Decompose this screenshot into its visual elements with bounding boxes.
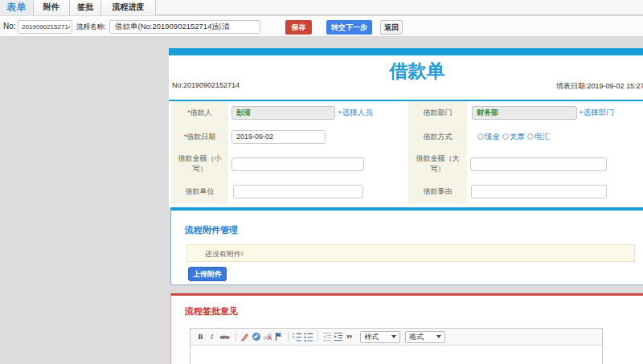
page: 表单 附件 签批 流程进度 No: 流程名称: 保存 转交下一步 返回 借款单 … — [0, 0, 643, 364]
form-top-bar — [169, 48, 643, 55]
caret-down-icon — [391, 335, 396, 338]
loan-method-field: 现金 支票 电汇 — [467, 125, 643, 149]
toolbar-separator — [317, 332, 318, 342]
tab-bar: 表单 附件 签批 流程进度 — [0, 0, 643, 15]
amount-big-label: 借款金额（大写） — [408, 149, 467, 179]
borrower-input[interactable] — [231, 106, 335, 120]
radio-cash-circle[interactable] — [477, 133, 484, 140]
form-table: *借款人 +选择人员 借款部门 +选择部门 *借款日期 借款方式 现金 支票 电… — [171, 101, 643, 204]
borrower-label: *借款人 — [171, 101, 228, 125]
italic-icon[interactable]: I — [207, 331, 217, 342]
back-button[interactable]: 返回 — [380, 20, 403, 35]
svg-text:2: 2 — [293, 335, 295, 339]
tab-attachment[interactable]: 附件 — [34, 0, 70, 15]
radio-cash[interactable]: 现金 — [477, 132, 500, 142]
caret-down-icon — [436, 335, 441, 338]
no-label: No: — [3, 16, 16, 37]
numbered-list-icon[interactable]: 12 — [292, 331, 302, 342]
label-text: *借款人 — [187, 108, 212, 118]
process-name-input[interactable] — [109, 20, 260, 34]
format-select-label: 格式 — [409, 332, 424, 342]
label-text: *借款日期 — [184, 132, 216, 142]
upload-attachment-button[interactable]: 上传附件 — [188, 267, 227, 281]
attachment-empty-notice: 还没有附件! — [186, 244, 635, 262]
reason-label-text: 借款事由 — [424, 186, 453, 197]
attachment-title: 流程附件管理 — [185, 224, 643, 236]
radio-wire-label: 电汇 — [534, 132, 550, 142]
amount-big-label-text: 借款金额（大写） — [416, 153, 460, 174]
borrower-label-text: 借款人 — [190, 108, 212, 117]
radio-cheque-label: 支票 — [510, 132, 525, 142]
editor-toolbar: B I abc 12 — [190, 329, 602, 346]
save-button[interactable]: 保存 — [285, 20, 312, 35]
tab-approval[interactable]: 签批 — [70, 0, 101, 15]
process-name-label: 流程名称: — [76, 16, 105, 37]
next-step-button[interactable]: 转交下一步 — [326, 20, 372, 35]
bold-icon[interactable]: B — [195, 331, 206, 342]
tab-progress[interactable]: 流程进度 — [101, 0, 156, 15]
form-meta-row: No:20190902152714 填表日期:2019-09-02 15:27:… — [169, 85, 643, 100]
amount-small-field — [228, 149, 408, 179]
department-label: 借款部门 — [408, 101, 467, 125]
select-department-link[interactable]: +选择部门 — [579, 108, 614, 118]
unit-label-text: 借款单位 — [186, 186, 215, 197]
indent-icon[interactable] — [333, 331, 343, 342]
unit-input[interactable] — [233, 185, 363, 198]
toolbar: No: 流程名称: 保存 转交下一步 返回 — [0, 16, 643, 37]
flag-anchor-icon[interactable] — [273, 331, 284, 342]
select-person-link[interactable]: +选择人员 — [338, 108, 373, 118]
rich-text-editor: B I abc 12 — [190, 328, 603, 364]
blockquote-icon[interactable]: ” — [344, 331, 354, 342]
borrower-field: +选择人员 — [228, 101, 408, 125]
style-select[interactable]: 样式 — [360, 331, 400, 343]
amount-big-input[interactable] — [470, 157, 607, 171]
text-color-icon[interactable] — [240, 331, 250, 342]
loan-method-radios: 现金 支票 电汇 — [477, 132, 552, 142]
approval-panel: 流程签批意见 B I abc — [170, 293, 643, 364]
unit-field — [228, 179, 408, 204]
outdent-icon[interactable] — [322, 331, 332, 342]
reason-field — [467, 179, 643, 204]
amount-big-field — [467, 149, 643, 179]
strikethrough-icon[interactable]: abc — [218, 331, 231, 342]
bulleted-list-icon[interactable] — [303, 331, 313, 342]
loan-method-label: 借款方式 — [408, 125, 467, 149]
radio-wire[interactable]: 电汇 — [527, 132, 550, 142]
department-input[interactable] — [472, 106, 577, 120]
fill-date: 填表日期:2019-09-02 15:27:14 — [556, 81, 643, 92]
loan-date-label: *借款日期 — [171, 125, 228, 149]
amount-small-input[interactable] — [231, 157, 364, 171]
approval-title: 流程签批意见 — [185, 305, 643, 317]
radio-cash-label: 现金 — [485, 132, 500, 142]
document-number: No:20190902152714 — [172, 81, 240, 89]
no-input[interactable] — [18, 20, 72, 34]
loan-form-panel: 借款单 No:20190902152714 填表日期:2019-09-02 15… — [169, 48, 643, 207]
reason-input[interactable] — [471, 185, 607, 198]
attachment-panel: 流程附件管理 还没有附件! 上传附件 — [170, 207, 643, 285]
radio-cheque-circle[interactable] — [502, 133, 509, 140]
radio-wire-circle[interactable] — [527, 133, 534, 140]
style-select-label: 样式 — [364, 332, 379, 342]
amount-small-label: 借款金额（小写） — [171, 149, 228, 179]
unlink-icon[interactable] — [262, 331, 272, 342]
reason-label: 借款事由 — [408, 179, 467, 204]
format-select[interactable]: 格式 — [405, 331, 445, 343]
loan-method-label-text: 借款方式 — [424, 132, 453, 142]
toolbar-separator — [235, 332, 236, 342]
loan-date-field — [228, 125, 408, 149]
department-label-text: 借款部门 — [424, 108, 453, 118]
amount-small-label-text: 借款金额（小写） — [178, 153, 222, 174]
tab-form[interactable]: 表单 — [0, 0, 34, 15]
toolbar-separator — [288, 332, 289, 342]
loan-date-input[interactable] — [231, 130, 326, 144]
link-icon[interactable] — [251, 331, 261, 342]
radio-cheque[interactable]: 支票 — [502, 132, 525, 142]
loan-date-label-text: 借款日期 — [186, 133, 215, 141]
unit-label: 借款单位 — [171, 179, 228, 204]
department-field: +选择部门 — [467, 101, 643, 125]
